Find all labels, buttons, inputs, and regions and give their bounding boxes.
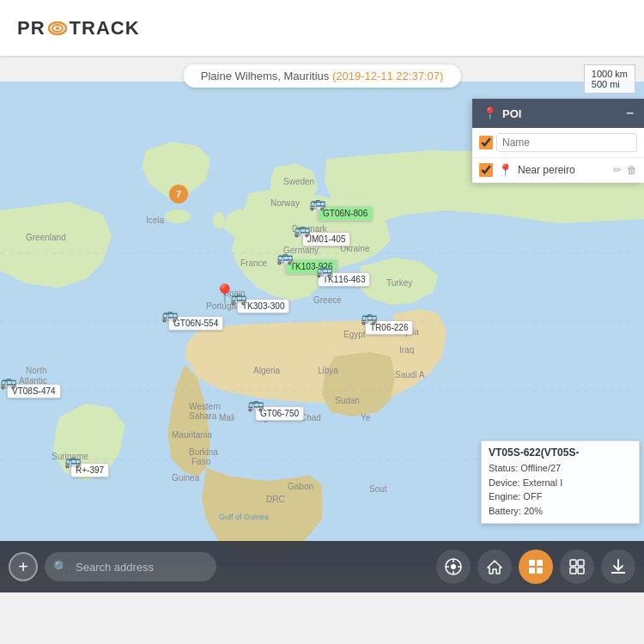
svg-text:Libya: Libya — [318, 366, 338, 375]
map-container[interactable]: Greenland Icela Sweden Norway Denmark Ge… — [0, 56, 644, 592]
svg-text:Turkey: Turkey — [386, 278, 412, 288]
poi-search-row: ✕ + — [472, 128, 644, 158]
vehicle-icon-jm01405[interactable]: 🚌 — [294, 222, 311, 238]
svg-text:Mauritania: Mauritania — [172, 430, 212, 440]
svg-text:Sahara: Sahara — [189, 411, 217, 421]
svg-point-2 — [55, 27, 59, 30]
poi-clear-button[interactable]: ✕ — [641, 136, 644, 149]
poi-item-label: Near pereiro — [518, 164, 608, 176]
svg-text:North: North — [26, 366, 46, 375]
svg-text:Ye: Ye — [361, 413, 371, 422]
search-icon: 🔍 — [53, 560, 68, 574]
svg-rect-58 — [570, 560, 576, 566]
download-toolbar-button[interactable] — [601, 550, 635, 584]
svg-text:Gulf of Guinea: Gulf of Guinea — [219, 513, 269, 521]
poi-pin-icon: 📍 — [483, 106, 497, 120]
poi-search-checkbox[interactable] — [479, 136, 493, 149]
vehicle-icon-gt06750[interactable]: 🚌 — [247, 396, 264, 412]
svg-text:Greece: Greece — [313, 295, 342, 305]
svg-rect-55 — [537, 560, 543, 566]
svg-text:Western: Western — [189, 402, 221, 411]
location-text: Plaine Wilhems, Mauritius — [201, 70, 330, 82]
svg-text:Icela: Icela — [146, 216, 165, 225]
vehicle-popup-battery: Battery: 20% — [489, 504, 632, 519]
logo: PR TRACK — [17, 17, 140, 39]
svg-text:Norway: Norway — [270, 198, 300, 208]
scale-mi: 500 mi — [592, 79, 628, 89]
poi-header: 📍 POI − — [472, 99, 644, 128]
logo-text-track: TRACK — [70, 17, 140, 39]
cluster-badge[interactable]: 7 — [169, 185, 188, 204]
svg-rect-59 — [578, 560, 584, 566]
scale-indicator: 1000 km 500 mi — [584, 64, 635, 94]
svg-text:Algeria: Algeria — [253, 366, 281, 375]
svg-text:Mali: Mali — [219, 413, 234, 422]
poi-item-edit-button[interactable]: ✏ — [613, 164, 622, 176]
svg-point-49 — [451, 564, 456, 569]
grid-toolbar-button[interactable] — [560, 550, 594, 584]
poi-item-checkbox[interactable] — [479, 163, 493, 177]
svg-point-4 — [165, 210, 191, 223]
vehicle-icon-tr06226[interactable]: 🚌 — [361, 309, 378, 325]
svg-text:Faso: Faso — [191, 457, 211, 466]
svg-text:Sudan: Sudan — [335, 396, 360, 405]
vehicle-icon-gt06n554[interactable]: 🚌 — [161, 307, 179, 323]
vehicle-icon-vt08s474[interactable]: 🚌 — [0, 374, 17, 390]
location-bar: Plaine Wilhems, Mauritius (2019-12-11 22… — [184, 64, 461, 88]
svg-text:Burkina: Burkina — [189, 447, 218, 457]
poi-search-input[interactable] — [496, 133, 637, 152]
svg-text:Sout: Sout — [369, 484, 387, 494]
svg-text:DRC: DRC — [266, 495, 285, 504]
svg-rect-61 — [578, 568, 584, 574]
svg-text:France: France — [240, 258, 268, 268]
home-icon — [485, 557, 504, 576]
search-address-input[interactable] — [45, 552, 216, 581]
poi-item-delete-button[interactable]: 🗑 — [627, 164, 637, 176]
vehicle-icon-tk303300[interactable]: 🚌 — [230, 289, 247, 306]
location-toolbar-button[interactable] — [436, 550, 471, 584]
poi-item-pin-icon: 📍 — [498, 163, 513, 177]
grid-active-icon — [526, 557, 545, 576]
svg-text:Greenland: Greenland — [26, 233, 66, 242]
location-circle-icon — [444, 557, 463, 576]
poi-item-row[interactable]: 📍 Near pereiro ✏ 🗑 — [472, 158, 644, 183]
vehicle-popup-status: Status: Offline/27 — [489, 461, 632, 476]
location-datetime: (2019-12-11 22:37:07) — [332, 70, 443, 82]
svg-text:Saudi A: Saudi A — [395, 370, 425, 380]
svg-rect-54 — [529, 560, 535, 566]
logo-text-pr: PR — [17, 17, 46, 39]
svg-point-5 — [213, 212, 225, 229]
poi-panel: 📍 POI − ✕ + 📍 Near pereiro ✏ 🗑 — [472, 99, 644, 183]
add-button[interactable]: + — [9, 552, 38, 581]
home-toolbar-button[interactable] — [477, 550, 512, 584]
svg-rect-57 — [537, 568, 543, 574]
svg-text:Sweden: Sweden — [283, 177, 314, 186]
grid-active-toolbar-button[interactable] — [519, 550, 553, 584]
svg-rect-60 — [570, 568, 576, 574]
svg-text:Guinea: Guinea — [172, 473, 200, 483]
vehicle-icon-r397[interactable]: 🚌 — [64, 453, 82, 469]
download-icon — [609, 557, 628, 576]
logo-satellite-icon — [46, 19, 70, 38]
search-bar-container: 🔍 — [45, 552, 216, 581]
bottom-toolbar: + 🔍 — [0, 541, 644, 592]
svg-text:Iraq: Iraq — [399, 345, 414, 355]
header: PR TRACK — [0, 0, 644, 56]
scale-km: 1000 km — [592, 69, 628, 79]
vehicle-info-popup: VT05S-622(VT05S- Status: Offline/27 Devi… — [481, 440, 640, 524]
vehicle-popup-device: Device: External I — [489, 476, 632, 490]
vehicle-icon-tk103926[interactable]: 🚌 — [276, 249, 294, 265]
svg-text:Gabon: Gabon — [288, 482, 313, 491]
vehicle-popup-engine: Engine: OFF — [489, 489, 632, 504]
poi-minimize-button[interactable]: − — [626, 106, 634, 121]
vehicle-popup-title: VT05S-622(VT05S- — [489, 447, 632, 459]
vehicle-icon-gt06n806[interactable]: 🚌 — [309, 195, 326, 211]
poi-title: POI — [502, 107, 521, 120]
grid-outline-icon — [568, 557, 586, 576]
vehicle-icon-tk116463[interactable]: 🚌 — [316, 262, 333, 278]
svg-text:Egypt: Egypt — [343, 330, 366, 339]
svg-rect-56 — [529, 568, 535, 574]
